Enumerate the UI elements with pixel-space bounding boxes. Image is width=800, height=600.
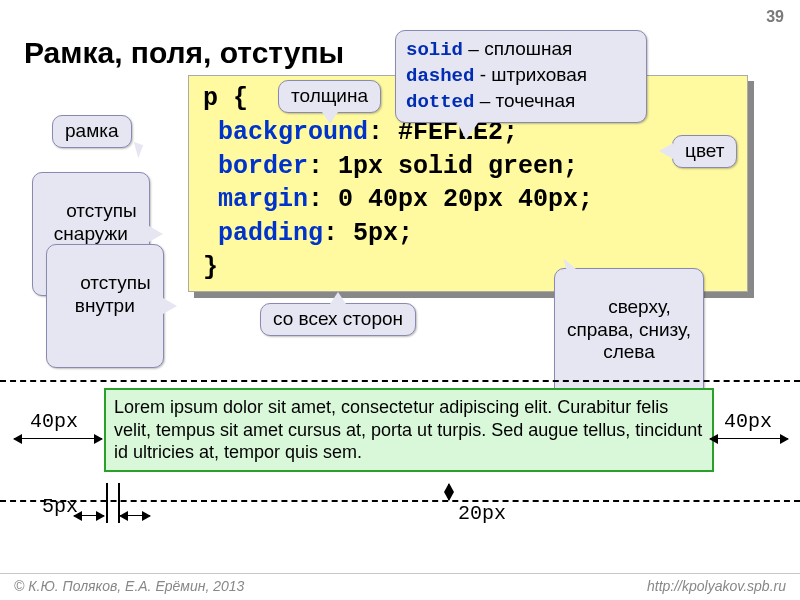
legend-dashed-kw: dashed [406, 65, 474, 87]
callout-color: цвет [672, 135, 737, 168]
dim-margin-bottom: 20px [458, 502, 506, 525]
slide: { "slide_number": "39", "title": "Рамка,… [0, 0, 800, 600]
tick-padding-outer [106, 483, 108, 523]
callout-tail [163, 298, 177, 314]
footer-url: http://kpolyakov.spb.ru [647, 578, 786, 594]
code-rest-5: : 5px; [323, 219, 413, 248]
dim-margin-left: 40px [30, 410, 78, 433]
code-kw-padding: padding [203, 219, 323, 248]
callout-thickness: толщина [278, 80, 381, 113]
legend-solid-text: – сплошная [463, 38, 572, 59]
margin-bottom-boundary [0, 500, 800, 502]
code-line-1: p { [203, 84, 248, 113]
dim-padding: 5px [42, 495, 78, 518]
code-kw-margin: margin [203, 185, 308, 214]
arrow-padding-left [74, 515, 104, 516]
callout-all-sides: со всех сторон [260, 303, 416, 336]
callout-text: отступы снаружи [54, 200, 137, 244]
callout-tail [128, 142, 142, 159]
callout-padding: отступы внутри [46, 244, 164, 368]
callout-tail [659, 143, 673, 159]
arrow-margin-bottom [448, 484, 449, 500]
slide-number: 39 [766, 8, 784, 26]
callout-tail [330, 292, 346, 304]
callout-ramka: рамка [52, 115, 132, 148]
code-rest-3: : 1px solid green; [308, 152, 578, 181]
code-rest-4: : 0 40px 20px 40px; [308, 185, 593, 214]
callout-tail [149, 226, 163, 242]
legend-border-styles: solid – сплошная dashed - штриховая dott… [395, 30, 647, 123]
code-line-6: } [203, 253, 218, 282]
callout-text: сверху, справа, снизу, слева [567, 296, 691, 363]
page-title: Рамка, поля, отступы [24, 36, 344, 70]
callout-text: со всех сторон [273, 308, 403, 329]
code-kw-background: background [203, 118, 368, 147]
footer-copyright-icon: © [14, 578, 24, 594]
arrow-padding-right [120, 515, 150, 516]
legend-solid-kw: solid [406, 39, 463, 61]
example-paragraph: Lorem ipsum dolor sit amet, consectetur … [104, 388, 714, 472]
legend-dotted-kw: dotted [406, 91, 474, 113]
margin-top-boundary [0, 380, 800, 382]
footer: © К.Ю. Поляков, Е.А. Ерёмин, 2013 http:/… [0, 573, 800, 600]
callout-tail [456, 120, 480, 140]
code-kw-border: border [203, 152, 308, 181]
callout-tail [322, 112, 338, 124]
callout-text: толщина [291, 85, 368, 106]
callout-text: отступы внутри [75, 272, 151, 316]
legend-dashed-text: - штриховая [474, 64, 587, 85]
dim-margin-right: 40px [724, 410, 772, 433]
callout-text: цвет [685, 140, 724, 161]
legend-dotted-text: – точечная [474, 90, 575, 111]
footer-authors: К.Ю. Поляков, Е.А. Ерёмин, 2013 [24, 578, 647, 594]
arrow-margin-right [710, 438, 788, 439]
arrow-margin-left [14, 438, 102, 439]
callout-text: рамка [65, 120, 119, 141]
